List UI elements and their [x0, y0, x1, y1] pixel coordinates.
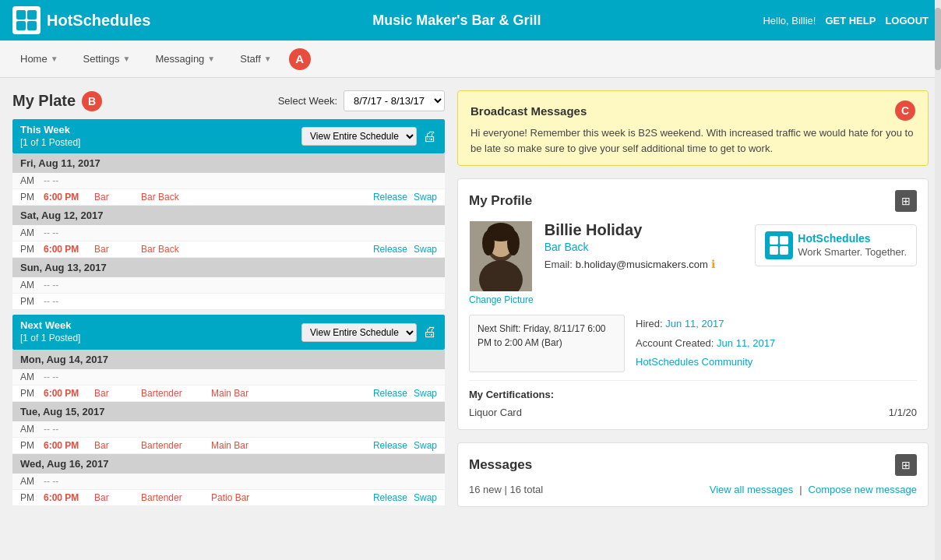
nav-settings-chevron: ▼ [123, 55, 131, 63]
nav-item-settings[interactable]: Settings ▼ [72, 47, 142, 71]
fri-pm-row: PM 6:00 PM Bar Bar Back Release Swap [12, 189, 445, 206]
header-greeting: Hello, Billie! [763, 15, 816, 26]
fri-release-link[interactable]: Release [373, 192, 407, 203]
next-week-schedule-select[interactable]: View Entire Schedule [301, 323, 417, 342]
sat-pm-location: Bar [94, 244, 141, 255]
sun-pm-label: PM [20, 296, 44, 307]
cert-title: My Certifications: [469, 389, 917, 400]
my-plate-title: My Plate [12, 92, 76, 110]
next-week-print-icon[interactable]: 🖨 [423, 324, 437, 340]
svg-rect-14 [780, 246, 788, 255]
change-picture-link[interactable]: Change Picture [469, 294, 534, 305]
mon-pm-time: 6:00 PM [44, 388, 94, 399]
messages-info-row: 16 new | 16 total View all messages | Co… [469, 484, 917, 495]
mon-pm-label: PM [20, 388, 44, 399]
view-all-messages-link[interactable]: View all messages [710, 484, 793, 495]
mon-am-label: AM [20, 372, 44, 382]
nav-staff-chevron: ▼ [264, 55, 272, 63]
svg-rect-2 [16, 21, 26, 30]
mon-am-dashes: -- -- [44, 372, 58, 382]
messages-new: 16 new [469, 484, 502, 495]
cert-name: Liquor Card [469, 407, 522, 418]
logo[interactable]: HotSchedules [12, 6, 150, 34]
tue-am-row: AM -- -- [12, 421, 445, 438]
svg-point-10 [507, 231, 520, 255]
sat-am-label: AM [20, 227, 44, 238]
info-icon: ℹ [711, 258, 715, 270]
mon-swap-link[interactable]: Swap [414, 388, 437, 399]
nav-item-messaging[interactable]: Messaging ▼ [144, 47, 226, 71]
profile-section: My Profile ⊞ [457, 178, 929, 430]
wed-am-dashes: -- -- [44, 476, 58, 487]
day-header-wed: Wed, Aug 16, 2017 [12, 454, 445, 474]
get-help-link[interactable]: GET HELP [825, 15, 876, 26]
right-column: Broadcast Messages C Hi everyone! Rememb… [457, 90, 929, 548]
fri-pm-role: Bar Back [141, 192, 211, 203]
sat-pm-label: PM [20, 244, 44, 255]
logout-link[interactable]: LOGOUT [885, 15, 929, 26]
account-label: Account Created: [636, 337, 714, 349]
community-link[interactable]: HotSchedules Community [636, 353, 775, 372]
wed-pm-label: PM [20, 492, 44, 503]
fri-swap-link[interactable]: Swap [414, 192, 437, 203]
messages-counts: 16 new | 16 total [469, 484, 543, 495]
nav-item-staff[interactable]: Staff ▼ [229, 47, 282, 71]
messages-move-icon[interactable]: ⊞ [895, 454, 917, 476]
header-right: Hello, Billie! GET HELP LOGOUT [763, 15, 929, 26]
profile-email-row: Email: b.holiday@musicmakers.com ℹ [545, 258, 745, 270]
week-select-dropdown[interactable]: 8/7/17 - 8/13/17 [344, 90, 445, 111]
cert-date: 1/1/20 [889, 407, 917, 418]
hs-logo-area: HotSchedules Work Smarter. Together. [755, 224, 917, 266]
scrollbar-thumb[interactable] [935, 8, 941, 70]
profile-info: Billie Holiday Bar Back Email: b.holiday… [545, 221, 745, 273]
sat-pm-row: PM 6:00 PM Bar Bar Back Release Swap [12, 241, 445, 258]
mon-pm-role: Bartender [141, 388, 211, 399]
tue-pm-location: Bar [94, 440, 141, 451]
wed-release-link[interactable]: Release [373, 492, 407, 503]
header-title: Music Maker's Bar & Grill [150, 12, 763, 29]
sat-swap-link[interactable]: Swap [414, 244, 437, 255]
wed-pm-row: PM 6:00 PM Bar Bartender Patio Bar Relea… [12, 490, 445, 506]
profile-details: Hired: Jun 11, 2017 Account Created: Jun… [636, 315, 775, 372]
compose-message-link[interactable]: Compose new message [809, 484, 917, 495]
my-plate-header: My Plate B Select Week: 8/7/17 - 8/13/17 [12, 90, 445, 111]
tue-swap-link[interactable]: Swap [414, 440, 437, 451]
hired-date: Jun 11, 2017 [665, 318, 724, 329]
broadcast-header-row: Broadcast Messages C [470, 100, 915, 121]
mon-release-link[interactable]: Release [373, 388, 407, 399]
broadcast-box: Broadcast Messages C Hi everyone! Rememb… [457, 90, 929, 166]
sat-release-link[interactable]: Release [373, 244, 407, 255]
profile-middle: Next Shift: Friday, 8/11/17 6:00 PM to 2… [469, 315, 917, 372]
tue-pm-time: 6:00 PM [44, 440, 94, 451]
profile-name: Billie Holiday [545, 221, 745, 239]
sun-pm-dashes: -- -- [44, 296, 58, 307]
this-week-print-icon[interactable]: 🖨 [423, 129, 437, 145]
day-header-tue: Tue, Aug 15, 2017 [12, 402, 445, 421]
sun-am-label: AM [20, 280, 44, 291]
sat-am-dashes: -- -- [44, 227, 58, 238]
messages-total: 16 total [510, 484, 544, 495]
tue-pm-role: Bartender [141, 440, 211, 451]
profile-email-value: b.holiday@musicmakers.com [576, 259, 708, 270]
nav-home-chevron: ▼ [51, 55, 58, 63]
nav-bar: Home ▼ Settings ▼ Messaging ▼ Staff ▼ A [0, 41, 941, 78]
profile-move-icon[interactable]: ⊞ [895, 190, 917, 212]
tue-am-label: AM [20, 424, 44, 435]
messages-title: Messages [469, 457, 532, 473]
mon-pm-area: Main Bar [211, 388, 273, 399]
this-week-block: This Week [1 of 1 Posted] View Entire Sc… [12, 119, 445, 153]
tue-release-link[interactable]: Release [373, 440, 407, 451]
nav-item-home[interactable]: Home ▼ [9, 47, 69, 71]
next-week-label: Next Week [1 of 1 Posted] [20, 319, 80, 344]
wed-swap-link[interactable]: Swap [414, 492, 437, 503]
select-week-row: Select Week: 8/7/17 - 8/13/17 [278, 90, 445, 111]
day-header-sat: Sat, Aug 12, 2017 [12, 206, 445, 225]
fri-am-row: AM -- -- [12, 173, 445, 189]
nav-settings-label: Settings [83, 53, 120, 65]
this-week-schedule-select[interactable]: View Entire Schedule [301, 127, 417, 146]
svg-point-9 [482, 231, 495, 255]
sun-pm-row: PM -- -- [12, 294, 445, 310]
nav-home-label: Home [20, 53, 48, 65]
broadcast-text: Hi everyone! Remember this week is B2S w… [470, 125, 915, 156]
wed-am-label: AM [20, 476, 44, 487]
